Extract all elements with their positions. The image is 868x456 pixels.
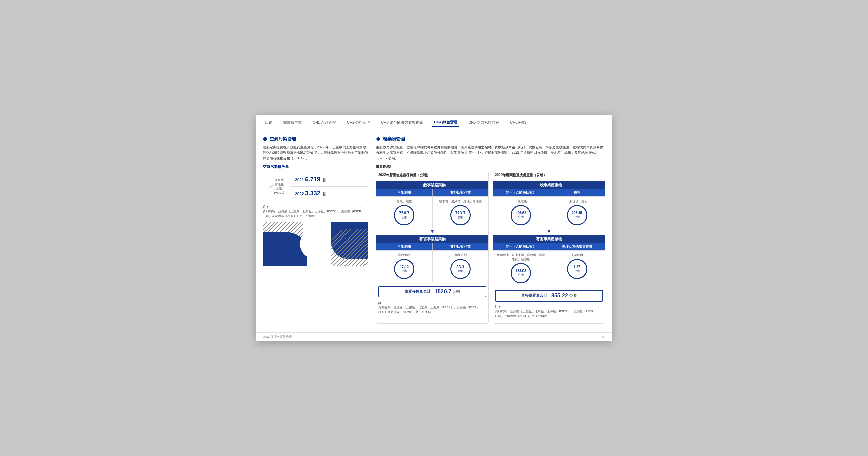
landfill-sub-header: 掩埋 bbox=[549, 189, 605, 196]
left-column: 空氣污染管理 復盛定期檢視現有設施及生產流程；2022 年，三重廠與上海廠藉由最… bbox=[263, 136, 368, 327]
air-sub-title: 空氣污染排放量 bbox=[263, 164, 368, 169]
svg-line-6 bbox=[272, 186, 273, 186]
note-left: 註： 資料範疇：亞洲區（三重廠、北京廠、上海廠、FSES）、美洲區（FSEP、F… bbox=[376, 299, 488, 316]
page-footer: 2022 復盛永續報告書 33 bbox=[256, 332, 612, 341]
waste-title-icon bbox=[376, 137, 381, 141]
landfill-cell: 一般垃圾、廢石 203.35 公噸 bbox=[549, 196, 605, 228]
general-sub-row-left: 再生利用 其他回收作業 bbox=[376, 189, 488, 196]
voc-2021-cell: 2021 6.719 噸 bbox=[290, 172, 368, 187]
hazardous-sub-row-left: 再生利用 其他回收作業 bbox=[376, 243, 488, 250]
nav-item-ch5[interactable]: CH5 協力永續共好 bbox=[466, 119, 501, 126]
waste-direct-panel: 2022年廢棄物直接處置量（公噸） 一般事業廢棄物 焚化（含能源回收） 掩埋 一… bbox=[493, 171, 605, 324]
nav-item-ch2[interactable]: CH2 公司治理 bbox=[345, 119, 372, 126]
general-sub-row-right: 焚化（含能源回收） 掩埋 bbox=[493, 189, 605, 196]
incin-sub-header: 焚化（含能源回收） bbox=[493, 189, 549, 196]
svg-line-5 bbox=[270, 186, 271, 186]
general-reuse-cell: 廢鐵、廢鋸 756.7 公噸 bbox=[376, 196, 433, 228]
voc-note: 註： 資料範疇：亞洲區（三重廠、北京廠、上海廠、FSES）、美洲區（FSEP、F… bbox=[263, 205, 368, 219]
stat-title-left: 2022年廢棄物處置移轉量（公噸） bbox=[376, 171, 488, 179]
air-body-text: 復盛定期檢視現有設施及生產流程；2022 年，三重廠與上海廠藉由最佳化油漆噴塗與… bbox=[263, 145, 368, 161]
haz-reuse-cell: 廢油蠟積 17.10 公噸 bbox=[376, 250, 433, 282]
svg-point-1 bbox=[269, 185, 270, 186]
voc-2022-cell: 2022 3.332 噸 bbox=[290, 187, 368, 201]
hazardous-header-right: 有害事業廢棄物 bbox=[493, 235, 605, 243]
svg-point-0 bbox=[271, 186, 272, 187]
incin2-sub-header: 焚化（含能源回收） bbox=[493, 243, 549, 250]
haz-reuse-sub-header: 再生利用 bbox=[376, 243, 432, 250]
total-direct-row: 直接處置量合計 855.22 公噸 bbox=[495, 290, 603, 302]
nav-item-ch1[interactable]: CH1 永續經營 bbox=[311, 119, 338, 126]
nav-bar: 目錄 關於報告書 CH1 永續經營 CH2 公司治理 CH3 綠色解決方案與創新… bbox=[256, 115, 612, 130]
note-right: 註： 資料範疇：亞洲區（三重廠、北京廠、上海廠、FSES）、美洲區（FSEP、F… bbox=[493, 304, 605, 320]
other-disp-cell: 工業垃圾 1.27 公噸 bbox=[549, 250, 605, 286]
incin-general-circle: 496.62 公噸 bbox=[511, 205, 531, 225]
nav-item-toc[interactable]: 目錄 bbox=[263, 119, 274, 126]
general-direct-data-row: 一般垃圾 496.62 公噸 一般垃圾、廢石 203.35 公噸 bbox=[493, 196, 605, 228]
hazardous-data-row: 廢油蠟積 17.10 公噸 廢乳化劑 33.3 公噸 bbox=[376, 250, 488, 282]
general-other-cell: 廢木材、廢紙箱、廢油、廢油桶 713.7 公噸 bbox=[433, 196, 489, 228]
landfill-circle: 203.35 公噸 bbox=[567, 205, 587, 225]
right-column: 廢棄物管理 復盛效力源頭減量，從製程中尋找可回收再利用的機會，使用重複利用之包材… bbox=[376, 136, 605, 327]
svg-point-4 bbox=[273, 187, 273, 188]
deco-bottom-left bbox=[263, 232, 307, 266]
arrow-down-left: ▼ bbox=[376, 229, 488, 234]
incin-haz-cell: 廢礦物油、廢油漆桶、廢油桶、廢活性炭、廢溶劑 153.98 公噸 bbox=[493, 250, 549, 286]
incin-haz-circle: 153.98 公噸 bbox=[511, 263, 531, 283]
haz-sub-row-right: 焚化（含能源回收） 掩埋及其他處置作業 bbox=[493, 243, 605, 250]
decorative-graphic bbox=[263, 222, 368, 266]
haz-other-circle: 33.3 公噸 bbox=[450, 259, 471, 279]
general-header-left: 一般事業廢棄物 bbox=[376, 181, 488, 189]
svg-line-7 bbox=[270, 187, 271, 187]
general-other-circle: 713.7 公噸 bbox=[450, 205, 471, 225]
reuse-sub-header: 再生利用 bbox=[376, 189, 432, 196]
haz-reuse-circle: 17.10 公噸 bbox=[394, 259, 414, 279]
nav-item-ch6[interactable]: CH6 附錄 bbox=[508, 119, 528, 126]
general-data-row: 廢鐵、廢鋸 756.7 公噸 廢木材、廢紙箱、廢油、廢油桶 713.7 公噸 bbox=[376, 196, 488, 228]
nav-item-about[interactable]: 關於報告書 bbox=[281, 119, 304, 126]
waste-panels-row: 2022年廢棄物處置移轉量（公噸） 一般事業廢棄物 再生利用 其他回收作業 廢鐵… bbox=[376, 171, 605, 324]
haz-other-sub-header: 其他回收作業 bbox=[432, 243, 489, 250]
waste-section-title: 廢棄物管理 bbox=[376, 136, 605, 142]
voc-table: 揮發性有機化合物(VOCs) 2021 6.719 噸 2022 bbox=[263, 172, 368, 201]
nav-item-ch4[interactable]: CH4 綠色營運 bbox=[432, 118, 459, 127]
incin-general-cell: 一般垃圾 496.62 公噸 bbox=[493, 196, 549, 228]
other-recovery-sub-header: 其他回收作業 bbox=[432, 189, 489, 196]
hazardous-header-left: 有害事業廢棄物 bbox=[376, 235, 488, 243]
molecule-icon bbox=[269, 178, 274, 195]
svg-point-2 bbox=[273, 185, 273, 186]
main-content: 空氣污染管理 復盛定期檢視現有設施及生產流程；2022 年，三重廠與上海廠藉由最… bbox=[256, 130, 612, 332]
voc-row-icon: 揮發性有機化合物(VOCs) 2021 6.719 噸 2022 bbox=[263, 172, 368, 201]
waste-stat-label: 廢棄物統計 bbox=[376, 164, 605, 169]
voc-icon-cell: 揮發性有機化合物(VOCs) bbox=[263, 172, 290, 200]
other-disp-sub-header: 掩埋及其他處置作業 bbox=[549, 243, 605, 250]
hazardous-direct-data-row: 廢礦物油、廢油漆桶、廢油桶、廢活性炭、廢溶劑 153.98 公噸 工業垃圾 1.… bbox=[493, 250, 605, 286]
waste-body-text: 復盛效力源頭減量，從製程中尋找可回收再利用的機會，使用重複利用之包材出貨以減少木… bbox=[376, 145, 605, 161]
air-title-icon bbox=[263, 137, 268, 141]
arrow-down-right: ▼ bbox=[493, 229, 605, 234]
air-section-title: 空氣污染管理 bbox=[263, 136, 368, 142]
waste-transfer-panel: 2022年廢棄物處置移轉量（公噸） 一般事業廢棄物 再生利用 其他回收作業 廢鐵… bbox=[376, 171, 489, 324]
other-disp-circle: 1.27 公噸 bbox=[567, 259, 587, 279]
svg-line-8 bbox=[272, 187, 273, 187]
footer-left: 2022 復盛永續報告書 bbox=[263, 335, 292, 339]
haz-other-cell: 廢乳化劑 33.3 公噸 bbox=[433, 250, 489, 282]
deco-bottom-right bbox=[331, 229, 368, 266]
general-reuse-circle: 756.7 公噸 bbox=[394, 205, 414, 225]
voc-label: 揮發性有機化合物(VOCs) bbox=[274, 178, 284, 195]
nav-item-ch3[interactable]: CH3 綠色解決方案與創新 bbox=[379, 119, 425, 126]
page-container: 目錄 關於報告書 CH1 永續經營 CH2 公司治理 CH3 綠色解決方案與創新… bbox=[256, 115, 612, 341]
stat-title-right: 2022年廢棄物直接處置量（公噸） bbox=[493, 171, 605, 179]
general-header-right: 一般事業廢棄物 bbox=[493, 181, 605, 189]
total-transfer-row: 處置移轉量合計 1520.7 公噸 bbox=[378, 286, 486, 297]
deco-center-circle bbox=[300, 229, 331, 259]
svg-point-3 bbox=[269, 187, 270, 188]
footer-right: 33 bbox=[602, 335, 605, 339]
